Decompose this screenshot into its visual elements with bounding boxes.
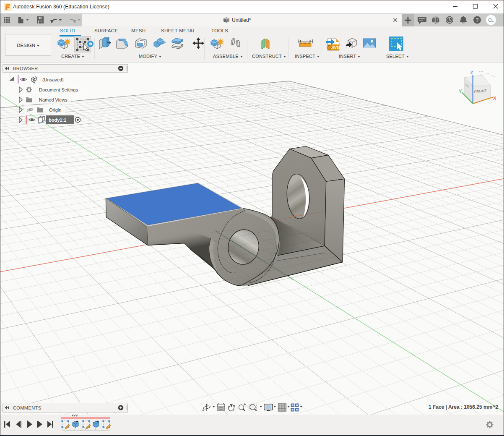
svg-text:BROWSER: BROWSER [13, 66, 38, 71]
svg-text:Y: Y [459, 89, 462, 94]
svg-text:Origin: Origin [49, 107, 61, 112]
svg-text:(Unsaved): (Unsaved) [42, 77, 64, 82]
svg-text:Z: Z [470, 70, 473, 75]
svg-text:Document Settings: Document Settings [39, 87, 78, 92]
svg-text:CL: CL [488, 18, 494, 23]
svg-text:Named Views: Named Views [39, 97, 68, 102]
svg-text:body1:1: body1:1 [49, 117, 66, 123]
svg-text:COMMENTS: COMMENTS [13, 405, 41, 410]
svg-text:?: ? [475, 17, 479, 23]
svg-text:X: X [493, 96, 496, 101]
svg-text:SVG: SVG [331, 45, 340, 50]
